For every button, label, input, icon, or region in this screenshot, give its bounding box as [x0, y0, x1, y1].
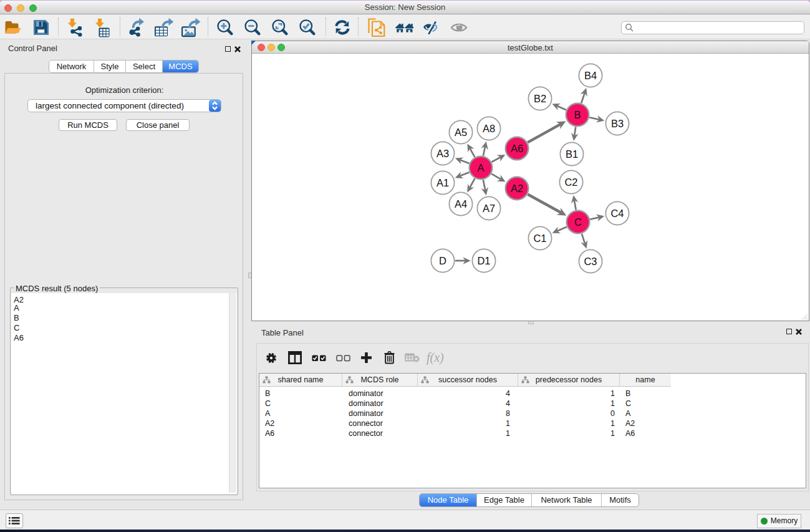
svg-text:B1: B1: [566, 148, 578, 160]
svg-text:C1: C1: [533, 233, 546, 244]
svg-text:A5: A5: [455, 127, 467, 138]
svg-text:A8: A8: [483, 123, 495, 134]
svg-text:B2: B2: [534, 93, 546, 104]
svg-text:C4: C4: [610, 208, 624, 219]
svg-text:A3: A3: [436, 148, 449, 159]
svg-text:B4: B4: [584, 70, 597, 81]
svg-text:C3: C3: [584, 256, 597, 267]
svg-text:C: C: [574, 216, 582, 228]
svg-text:A4: A4: [455, 198, 467, 210]
svg-text:A6: A6: [511, 143, 523, 154]
svg-text:D: D: [439, 255, 446, 266]
svg-text:C2: C2: [564, 177, 577, 188]
svg-text:D1: D1: [477, 255, 490, 266]
svg-text:A: A: [477, 162, 484, 173]
svg-text:A7: A7: [483, 203, 495, 214]
svg-text:A2: A2: [511, 183, 523, 194]
svg-text:A1: A1: [436, 177, 449, 188]
svg-text:B: B: [574, 109, 581, 120]
svg-text:B3: B3: [611, 118, 624, 129]
